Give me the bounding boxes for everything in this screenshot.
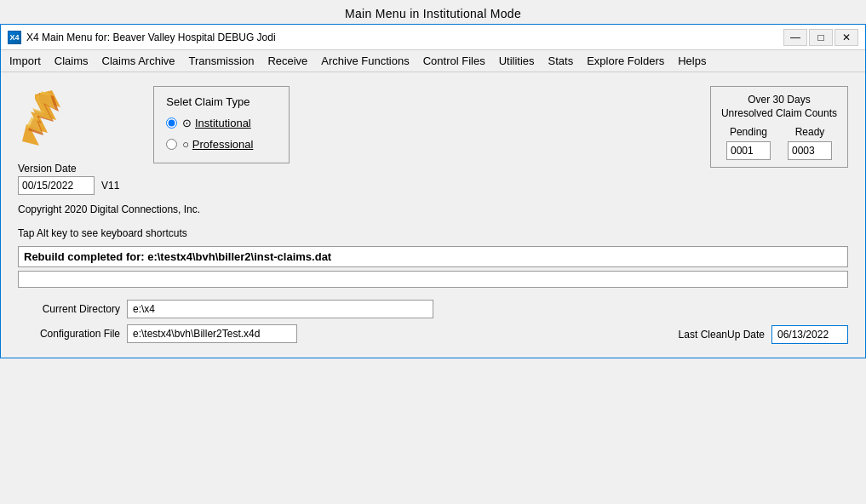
ready-column: Ready [788, 126, 832, 160]
current-directory-row: Current Directory [18, 300, 848, 318]
ready-input[interactable] [788, 141, 832, 160]
menu-transmission[interactable]: Transmission [184, 53, 260, 69]
version-tag: V11 [101, 180, 119, 192]
last-cleanup-input[interactable] [771, 325, 848, 344]
title-bar-controls: — □ ✕ [783, 29, 858, 46]
unresolved-title1: Over 30 Days [721, 94, 837, 106]
menu-receive[interactable]: Receive [262, 53, 313, 69]
title-bar: X4 X4 Main Menu for: Beaver Valley Hospi… [1, 25, 865, 50]
menu-claims[interactable]: Claims [49, 53, 94, 69]
window-title: X4 Main Menu for: Beaver Valley Hospital… [26, 32, 276, 43]
menu-bar: Import Claims Claims Archive Transmissio… [1, 50, 865, 72]
config-file-input[interactable] [127, 324, 297, 343]
config-and-cleanup-row: Configuration File Last CleanUp Date [18, 324, 848, 344]
app-logo [18, 86, 77, 154]
copyright-text: Copyright 2020 Digital Connections, Inc. [18, 203, 848, 215]
radio-institutional[interactable]: ⊙ Institutional [166, 117, 272, 129]
menu-import[interactable]: Import [4, 53, 46, 69]
minimize-button[interactable]: — [783, 29, 807, 46]
menu-utilities[interactable]: Utilities [494, 53, 540, 69]
maximize-button[interactable]: □ [809, 29, 833, 46]
claim-type-section: Selet Claim Type ⊙ Institutional ○ Profe… [153, 86, 290, 163]
claim-type-title: Selet Claim Type [166, 95, 272, 108]
config-file-row: Configuration File [18, 324, 297, 343]
outer-container: Main Menu in Institutional Mode X4 X4 Ma… [0, 7, 866, 358]
version-row: V11 [18, 176, 119, 195]
pending-column: Pending [726, 126, 771, 160]
unresolved-columns: Pending Ready [721, 126, 837, 160]
menu-archive-functions[interactable]: Archive Functions [316, 53, 414, 69]
last-cleanup-row: Last CleanUp Date [679, 325, 848, 344]
version-section: Version Date V11 [18, 163, 119, 195]
claim-type-radio-group: ⊙ Institutional ○ Professional [166, 117, 272, 151]
menu-control-files[interactable]: Control Files [418, 53, 490, 69]
version-label: Version Date [18, 163, 119, 175]
pending-label: Pending [730, 126, 767, 138]
close-button[interactable]: ✕ [834, 29, 858, 46]
title-bar-left: X4 X4 Main Menu for: Beaver Valley Hospi… [8, 31, 276, 44]
config-file-label: Configuration File [18, 328, 120, 340]
app-icon: X4 [8, 31, 21, 44]
last-cleanup-label: Last CleanUp Date [679, 329, 765, 341]
content-area: Version Date V11 Selet Claim Type ⊙ Inst… [1, 72, 865, 358]
pending-input[interactable] [726, 141, 771, 160]
status-message: Rebuild completed for: e:\testx4\bvh\bil… [18, 246, 848, 267]
top-section: Version Date V11 Selet Claim Type ⊙ Inst… [18, 86, 848, 195]
ready-label: Ready [795, 126, 825, 138]
main-window: X4 X4 Main Menu for: Beaver Valley Hospi… [0, 24, 866, 358]
current-directory-input[interactable] [127, 300, 433, 318]
page-title: Main Menu in Institutional Mode [0, 7, 866, 20]
radio-professional[interactable]: ○ Professional [166, 138, 272, 151]
unresolved-title2: Unresolved Claim Counts [721, 107, 837, 119]
progress-bar-container [18, 271, 848, 288]
unresolved-section: Over 30 Days Unresolved Claim Counts Pen… [710, 86, 848, 168]
version-date-input[interactable] [18, 176, 95, 195]
current-directory-label: Current Directory [18, 303, 120, 315]
menu-claims-archive[interactable]: Claims Archive [97, 53, 181, 69]
logo-version-section: Version Date V11 [18, 86, 119, 195]
menu-helps[interactable]: Helps [673, 53, 711, 69]
bottom-section: Current Directory Configuration File Las… [18, 300, 848, 344]
alt-key-hint: Tap Alt key to see keyboard shortcuts [18, 227, 848, 239]
menu-explore-folders[interactable]: Explore Folders [582, 53, 669, 69]
menu-stats[interactable]: Stats [543, 53, 579, 69]
